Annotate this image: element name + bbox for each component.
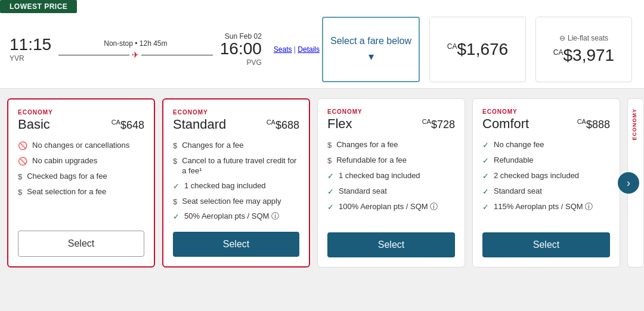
flex-select-button[interactable]: Select <box>327 232 455 257</box>
plane-icon: ✈ <box>132 50 139 60</box>
details-link[interactable]: Details <box>298 45 320 54</box>
flex-feature-5: ✓ 100% Aeroplan pts / SQM ⓘ <box>327 202 455 213</box>
flight-type-duration: Non-stop • 12h 45m <box>104 39 167 48</box>
flex-fare-card: ECONOMY Flex CA$728 $ Changes for a fee … <box>317 98 465 268</box>
basic-feature-3: $ Checked bags for a fee <box>18 172 144 182</box>
basic-feature-2: 🚫 No cabin upgrades <box>18 156 144 167</box>
comfort-feature-5: ✓ 115% Aeroplan pts / SQM ⓘ <box>482 202 610 213</box>
arrival-airport: PVG <box>246 58 261 67</box>
standard-feature-1: $ Changes for a fee <box>173 141 299 151</box>
comfort-name: Comfort <box>482 116 529 132</box>
basic-feature-4: $ Seat selection for a fee <box>18 187 144 198</box>
basic-select-button[interactable]: Select <box>18 231 144 257</box>
standard-name: Standard <box>173 117 226 132</box>
comfort-fare-card: ECONOMY Comfort CA$888 ✓ No change fee ✓… <box>472 98 620 268</box>
lie-flat-icon: ⊖ <box>559 34 565 42</box>
select-fare-column[interactable]: Select a fare below ▾ <box>322 17 420 82</box>
comfort-feature-4: ✓ Standard seat <box>482 186 610 197</box>
economy-price-column[interactable]: CA$1,676 <box>429 17 526 82</box>
departure-airport: YVR <box>10 54 51 63</box>
flex-label: ECONOMY <box>327 108 455 115</box>
basic-price: CA$648 <box>112 119 144 132</box>
next-button[interactable]: › <box>618 172 639 194</box>
flex-price: CA$728 <box>422 118 455 131</box>
comfort-select-button[interactable]: Select <box>482 232 610 257</box>
standard-feature-5: ✓ 50% Aeroplan pts / SQM ⓘ <box>173 212 299 222</box>
arrival-time: 16:00 <box>220 41 262 57</box>
lie-flat-label: ⊖ Lie-flat seats <box>559 34 608 42</box>
lowest-price-badge: LOWEST PRICE <box>0 0 77 13</box>
flex-feature-1: $ Changes for a fee <box>327 140 455 151</box>
business-price-column[interactable]: ⊖ Lie-flat seats CA$3,971 <box>535 17 632 82</box>
flex-feature-3: ✓ 1 checked bag included <box>327 171 455 182</box>
select-fare-text: Select a fare below <box>330 36 411 46</box>
comfort-feature-2: ✓ Refundable <box>482 156 610 166</box>
standard-select-button[interactable]: Select <box>173 232 299 257</box>
economy-price: CA$1,676 <box>447 40 508 59</box>
chevron-down-icon: ▾ <box>369 50 374 63</box>
flex-feature-4: ✓ Standard seat <box>327 186 455 197</box>
seats-link[interactable]: Seats <box>274 45 292 54</box>
basic-label: ECONOMY <box>18 109 144 116</box>
comfort-feature-1: ✓ No change fee <box>482 140 610 151</box>
standard-feature-4: $ Seat selection fee may apply <box>173 197 299 207</box>
basic-feature-1: 🚫 No changes or cancellations <box>18 141 144 151</box>
basic-name: Basic <box>18 117 50 132</box>
standard-feature-3: ✓ 1 checked bag included <box>173 181 299 192</box>
departure-time: 11:15 <box>10 36 51 53</box>
standard-price: CA$688 <box>267 119 299 132</box>
business-price: CA$3,971 <box>553 46 614 65</box>
comfort-feature-3: ✓ 2 checked bags included <box>482 171 610 182</box>
flex-feature-2: $ Refundable for a fee <box>327 156 455 166</box>
flex-name: Flex <box>327 116 352 132</box>
standard-feature-2: $ Cancel to a future travel credit for a… <box>173 156 299 176</box>
standard-label: ECONOMY <box>173 109 299 116</box>
comfort-label: ECONOMY <box>482 108 610 115</box>
basic-fare-card: ECONOMY Basic CA$648 🚫 No changes or can… <box>7 98 155 268</box>
comfort-price: CA$888 <box>577 118 610 131</box>
standard-fare-card: ECONOMY Standard CA$688 $ Changes for a … <box>162 98 310 268</box>
